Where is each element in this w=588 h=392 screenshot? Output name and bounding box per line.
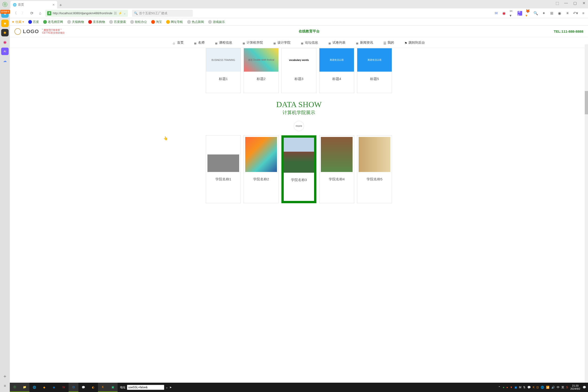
logo-area[interactable]: LOGO " 康复理疗推拿师 " CETTIC职业培训项目 — [14, 28, 65, 35]
shield-icon: ✚ — [47, 11, 51, 16]
college-card[interactable]: 学院名称2 — [244, 135, 278, 203]
nav-exams[interactable]: ≣试卷列表 — [328, 40, 346, 45]
bookmark-item[interactable]: 京东购物 — [88, 20, 105, 24]
menu-icon[interactable]: ≡ — [581, 11, 586, 16]
sidebar-app-5-icon[interactable]: AI — [1, 48, 9, 55]
browser-logo-icon[interactable]: ⓔ — [1, 1, 9, 8]
scrollbar-thumb[interactable] — [585, 91, 588, 114]
scissors-icon[interactable]: ✂▾ — [510, 11, 514, 16]
stack-icon: ≣ — [215, 41, 218, 44]
nav-forum[interactable]: ≣论坛信息 — [301, 40, 318, 45]
section-title-en: DATA SHOW — [10, 100, 588, 109]
bookmark-item[interactable]: 老毛桃官网 — [43, 20, 63, 24]
bookmark-item[interactable]: 游戏娱乐 — [208, 20, 225, 24]
zoom-icon[interactable]: 🔍 — [534, 11, 538, 16]
undo-icon[interactable]: ↶▾ — [573, 11, 578, 16]
bookmark-item[interactable]: 百度搜索 — [109, 20, 126, 24]
card-title: 标题5 — [357, 72, 392, 93]
sidebar-add-icon[interactable]: ＋ — [1, 372, 9, 380]
nav-cs-college[interactable]: ≣计算机学院 — [242, 40, 263, 45]
logo-text: LOGO — [23, 28, 39, 34]
bookmark-item[interactable]: 淘宝 — [151, 20, 162, 24]
nav-home[interactable]: ⌂首页 — [173, 40, 184, 45]
card-image: BUSINESS TRAINING — [206, 48, 240, 72]
stack-icon: ≣ — [301, 41, 304, 44]
college-card[interactable]: 学院名称5 — [357, 135, 392, 203]
course-card[interactable]: vocabulary words 标题3 — [282, 48, 316, 93]
card-image — [321, 137, 352, 172]
bookmark-item[interactable]: 百度 — [28, 20, 39, 24]
home-button[interactable]: ⌂ — [37, 10, 44, 16]
favorites-button[interactable]: ★ 收藏 ▾ — [12, 20, 24, 24]
course-card[interactable]: 英语生活口语 标题5 — [357, 48, 392, 93]
card-image — [208, 137, 239, 172]
back-button[interactable]: 〈 — [12, 10, 18, 16]
url-bar[interactable]: ✚ http://localhost:8080/djangokm488/fron… — [45, 10, 128, 17]
site-title: 在线教育平台 — [299, 29, 320, 34]
logo-icon — [14, 28, 21, 35]
course-card[interactable]: BUSINESS TRAINING 标题1 — [206, 48, 241, 93]
college-card[interactable]: 学院名称1 — [206, 135, 241, 203]
page-content: LOGO " 康复理疗推拿师 " CETTIC职业培训项目 在线教育平台 TEL… — [10, 26, 588, 383]
scrollbar[interactable] — [585, 44, 588, 383]
course-card[interactable]: 迷彩 Double ninth festival 标题2 — [244, 48, 278, 93]
mail-icon[interactable]: ✉ — [494, 11, 498, 16]
sidebar-menu-icon[interactable]: ≡ — [1, 382, 9, 383]
nav-courses[interactable]: ≣课程信息 — [215, 40, 232, 45]
globe-icon: 🌐 — [13, 3, 16, 6]
theme-icon[interactable]: ☀ — [565, 11, 570, 16]
card-image — [284, 138, 314, 173]
chrome-icon[interactable]: ◉ — [557, 11, 562, 16]
sidebar-app-6-icon[interactable]: ☁ — [1, 57, 9, 64]
login-badge[interactable]: 登录账号 — [0, 10, 10, 14]
baidu-icon — [28, 20, 32, 24]
browser-toolbar: 〈 〉 ⟳ ⌂ ✚ http://localhost:8080/djangokm… — [0, 8, 588, 18]
window-extension-icon[interactable]: ⬚ — [555, 1, 560, 5]
flash-icon[interactable]: ⚡ — [118, 12, 122, 15]
window-close-icon[interactable]: ✕ — [582, 1, 586, 5]
bookmark-item[interactable]: 热点新闻 — [187, 20, 204, 24]
card-title: 学院名称3 — [284, 173, 314, 201]
chevron-down-icon[interactable]: ⌄ — [124, 12, 126, 15]
reload-button[interactable]: ⟳ — [28, 10, 35, 16]
reader-icon[interactable]: 噐 — [114, 11, 117, 16]
site-icon — [109, 20, 113, 24]
bookmark-item[interactable]: 轻松办公 — [130, 20, 147, 24]
nav-teachers[interactable]: ≣名师 — [194, 40, 205, 45]
new-tab-button[interactable]: ＋ — [57, 2, 64, 8]
card-title: 标题1 — [206, 72, 240, 93]
bookmark-item[interactable]: 网址导航 — [166, 20, 183, 24]
site-icon — [43, 20, 47, 24]
nav-design-college[interactable]: ≣设计学院 — [273, 40, 290, 45]
translate-icon[interactable]: 译▾ — [518, 11, 522, 16]
sidebar-app-2-icon[interactable]: ★ — [1, 20, 9, 27]
forward-button[interactable]: 〉 — [20, 10, 26, 16]
apps-icon[interactable]: ⊞ — [549, 11, 554, 16]
more-button[interactable]: more — [294, 121, 304, 131]
nav-admin[interactable]: ⚑跳转到后台 — [404, 40, 425, 45]
extensions-icon[interactable]: ✦ — [541, 11, 546, 16]
tab-strip: 🌐 首页 ✕ ＋ — [0, 0, 588, 8]
telephone: TEL:111-888-8888 — [554, 30, 583, 33]
course-card[interactable]: 英语生活口语 标题4 — [319, 48, 354, 93]
search-bar[interactable]: 🔍 首个五星5G工厂建成 — [132, 10, 193, 17]
bookmark-item[interactable]: 天猫购物 — [67, 20, 84, 24]
card-image — [359, 137, 390, 172]
sidebar-app-3-icon[interactable]: ☻ — [1, 29, 9, 36]
card-title: 标题3 — [282, 72, 316, 93]
window-maximize-icon[interactable]: ▢ — [572, 1, 577, 5]
tab-title: 首页 — [18, 2, 24, 7]
nav-news[interactable]: ≣新闻资讯 — [356, 40, 373, 45]
window-minimize-icon[interactable]: — — [564, 1, 568, 5]
nav-mine[interactable]: ☰我的 — [383, 40, 394, 45]
browser-tab[interactable]: 🌐 首页 ✕ — [10, 1, 57, 8]
sidebar-app-4-icon[interactable]: ◉ — [1, 38, 9, 46]
college-card[interactable]: 学院名称4 — [319, 135, 354, 203]
weibo-icon[interactable]: ◉ — [502, 11, 506, 16]
search-icon: 🔍 — [134, 12, 138, 15]
college-card-active[interactable]: 学院名称3 — [282, 135, 316, 203]
fox-icon[interactable]: 🦊▾ — [526, 11, 530, 16]
stack-icon: ≣ — [242, 41, 246, 44]
card-image: 英语生活口语 — [320, 48, 354, 72]
tab-close-icon[interactable]: ✕ — [52, 3, 55, 6]
